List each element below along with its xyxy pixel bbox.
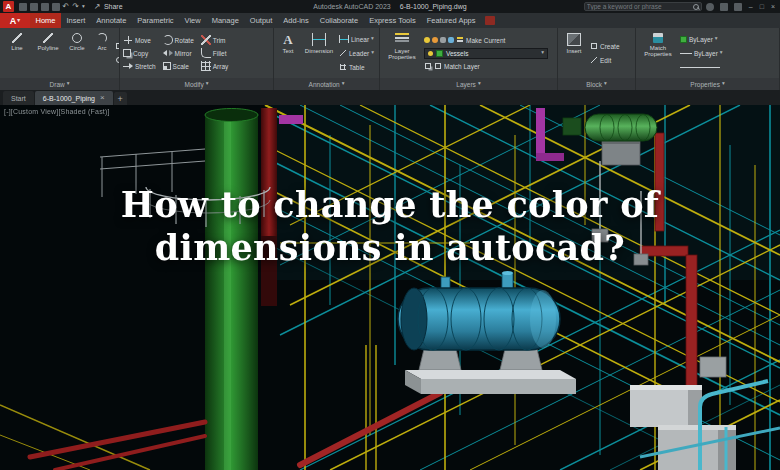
- minimize-button[interactable]: –: [747, 3, 755, 10]
- quick-access-caret-icon[interactable]: ▾: [82, 4, 85, 10]
- panel-annotation-footer[interactable]: Annotation ▾: [274, 78, 379, 90]
- leader-tool[interactable]: Leader ▾: [339, 47, 374, 60]
- tab-home[interactable]: Home: [30, 13, 61, 28]
- rotate-tool[interactable]: Rotate: [163, 34, 194, 47]
- leader-label: Leader: [349, 50, 369, 57]
- panel-layers-footer[interactable]: Layers ▾: [380, 78, 557, 90]
- cart-icon[interactable]: [720, 3, 728, 11]
- search-icon[interactable]: [693, 4, 699, 10]
- line-tool[interactable]: Line: [3, 30, 31, 76]
- search-input[interactable]: [587, 3, 691, 10]
- panel-draw-label: Draw: [50, 81, 65, 88]
- stretch-tool[interactable]: Stretch: [123, 60, 156, 73]
- tab-insert[interactable]: Insert: [61, 13, 91, 28]
- make-current-icon[interactable]: [457, 37, 463, 43]
- move-tool[interactable]: Move: [123, 34, 156, 47]
- mirror-tool[interactable]: Mirror: [163, 47, 194, 60]
- layer-bulb-icon: [428, 51, 433, 56]
- fillet-tool[interactable]: Fillet: [201, 47, 229, 60]
- rectangle-icon[interactable]: [116, 43, 119, 49]
- ellipse-icon[interactable]: [116, 57, 119, 63]
- match-layer-icon[interactable]: [425, 63, 431, 69]
- layer-freeze-icon[interactable]: [448, 37, 454, 43]
- tab-view[interactable]: View: [179, 13, 206, 28]
- table-tool[interactable]: Table: [339, 61, 374, 74]
- save-icon[interactable]: [41, 3, 49, 11]
- help-icon[interactable]: [734, 3, 742, 11]
- search-box[interactable]: [584, 2, 702, 11]
- create-block-button[interactable]: Create: [590, 40, 620, 53]
- ribbon-tabs: Home Insert Annotate Parametric View Man…: [30, 13, 481, 28]
- tab-featured-apps[interactable]: Featured Apps: [421, 13, 481, 28]
- layer-on-icon[interactable]: [424, 37, 430, 43]
- tab-manage[interactable]: Manage: [206, 13, 244, 28]
- new-file-icon[interactable]: [19, 3, 27, 11]
- linear-label: Linear: [351, 36, 369, 43]
- green-column: [205, 109, 258, 470]
- autocad-logo-icon[interactable]: A: [3, 1, 14, 12]
- panel-modify-footer[interactable]: Modify ▾: [120, 78, 273, 90]
- trim-tool[interactable]: Trim: [201, 34, 229, 47]
- lineweight-dropdown[interactable]: [680, 61, 723, 74]
- undo-icon[interactable]: ↶: [63, 3, 70, 11]
- share-button[interactable]: ↗ Share: [92, 3, 122, 11]
- object-color-dropdown[interactable]: ByLayer ▾: [680, 33, 723, 46]
- fillet-label: Fillet: [213, 50, 227, 57]
- redo-icon[interactable]: ↷: [72, 3, 79, 11]
- tab-parametric[interactable]: Parametric: [132, 13, 179, 28]
- tab-express-tools[interactable]: Express Tools: [364, 13, 422, 28]
- panel-properties-footer[interactable]: Properties ▾: [636, 78, 779, 90]
- leader-icon: [340, 50, 346, 56]
- match-properties-button[interactable]: Match Properties: [639, 30, 677, 76]
- signin-avatar-icon[interactable]: [706, 3, 714, 11]
- trim-icon: [201, 35, 211, 45]
- array-icon: [201, 61, 211, 71]
- linear-icon: [339, 35, 349, 43]
- file-tab-drawing[interactable]: 6-B-1000_Piping ×: [35, 91, 113, 105]
- layer-thaw-icon[interactable]: [432, 37, 438, 43]
- dimension-tool[interactable]: Dimension: [302, 30, 336, 76]
- panel-draw-footer[interactable]: Draw ▾: [0, 78, 119, 90]
- application-menu-button[interactable]: A ▾: [0, 13, 30, 28]
- copy-label: Copy: [133, 50, 148, 57]
- rotate-label: Rotate: [175, 37, 194, 44]
- panel-block: Insert Create Edit Block ▾: [558, 28, 636, 90]
- copy-tool[interactable]: Copy: [123, 47, 156, 60]
- tab-annotate[interactable]: Annotate: [91, 13, 132, 28]
- text-label: Text: [282, 48, 293, 54]
- layer-properties-button[interactable]: Layer Properties: [383, 30, 421, 76]
- close-button[interactable]: ×: [769, 3, 777, 10]
- layer-dropdown[interactable]: Vessels ▾: [424, 48, 548, 59]
- maximize-button[interactable]: □: [758, 3, 766, 10]
- circle-tool[interactable]: Circle: [65, 30, 89, 76]
- infocenter-icon[interactable]: [485, 16, 495, 25]
- linetype-dropdown[interactable]: ByLayer ▾: [680, 47, 723, 60]
- viewport-controls[interactable]: [-][Custom View][Shaded (Fast)]: [4, 108, 110, 115]
- polyline-tool[interactable]: Polyline: [34, 30, 62, 76]
- drawing-tab-label: 6-B-1000_Piping: [43, 95, 95, 102]
- panel-modify-label: Modify: [185, 81, 204, 88]
- edit-block-button[interactable]: Edit: [590, 54, 620, 67]
- match-layer-label[interactable]: Match Layer: [444, 63, 480, 70]
- insert-block-button[interactable]: Insert: [561, 30, 587, 76]
- panel-layers: Layer Properties Make Current Vess: [380, 28, 558, 90]
- arc-tool[interactable]: Arc: [92, 30, 112, 76]
- layer-lock-icon[interactable]: [440, 37, 446, 43]
- drawing-viewport[interactable]: [-][Custom View][Shaded (Fast)] How to c…: [0, 105, 780, 470]
- file-tab-start[interactable]: Start: [3, 91, 34, 105]
- tab-output[interactable]: Output: [244, 13, 278, 28]
- text-tool[interactable]: A Text: [277, 30, 299, 76]
- panel-block-footer[interactable]: Block ▾: [558, 78, 635, 90]
- new-drawing-tab-button[interactable]: +: [114, 92, 127, 105]
- tab-collaborate[interactable]: Collaborate: [314, 13, 363, 28]
- make-current-label[interactable]: Make Current: [466, 37, 505, 44]
- close-tab-icon[interactable]: ×: [100, 94, 105, 102]
- scale-tool[interactable]: Scale: [163, 60, 194, 73]
- array-tool[interactable]: Array: [201, 60, 229, 73]
- tab-addins[interactable]: Add-ins: [278, 13, 314, 28]
- linear-dimension-tool[interactable]: Linear ▾: [339, 33, 374, 46]
- layer-isolate-icon[interactable]: [435, 63, 441, 69]
- trim-label: Trim: [213, 37, 226, 44]
- plot-icon[interactable]: [52, 3, 60, 11]
- open-file-icon[interactable]: [30, 3, 38, 11]
